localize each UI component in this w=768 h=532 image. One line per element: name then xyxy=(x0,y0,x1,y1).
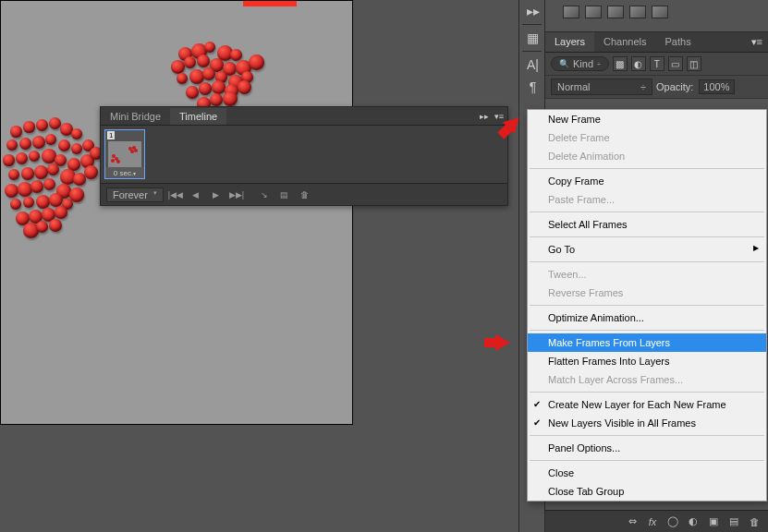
frame-1[interactable]: 1 0 sec. xyxy=(104,129,145,179)
tab-mini-bridge[interactable]: Mini Bridge xyxy=(101,108,170,125)
filter-kind-select[interactable]: Kind ÷ xyxy=(551,56,609,71)
document-canvas[interactable] xyxy=(0,0,353,425)
trash-icon[interactable]: 🗑 xyxy=(748,515,761,528)
character-icon[interactable]: A| xyxy=(519,54,546,76)
tween-icon[interactable]: ↘ xyxy=(256,187,273,202)
loop-select[interactable]: Forever xyxy=(106,187,164,202)
duplicate-frame-icon[interactable]: ▤ xyxy=(276,187,293,202)
arrange-icon[interactable] xyxy=(585,6,602,18)
play-icon[interactable]: ▶ xyxy=(208,187,225,202)
filter-adjust-icon[interactable]: ◐ xyxy=(631,56,646,71)
opacity-value[interactable]: 100% xyxy=(699,79,734,94)
filter-type-icons: ▩ ◐ T ▭ ◫ xyxy=(613,56,701,71)
blend-mode-select[interactable]: Normal xyxy=(551,79,652,95)
filter-type-icon[interactable]: T xyxy=(650,56,664,71)
opacity-label: Opacity: xyxy=(656,81,693,92)
menu-match-layer: Match Layer Across Frames... xyxy=(528,370,766,389)
group-icon[interactable]: ▣ xyxy=(707,515,720,528)
tab-timeline[interactable]: Timeline xyxy=(170,108,226,125)
tab-paths[interactable]: Paths xyxy=(656,32,701,52)
collapse-icon[interactable]: ▸▸ xyxy=(478,110,491,123)
frame-number: 1 xyxy=(107,131,115,139)
arrange-icons xyxy=(555,0,759,24)
blend-mode-label: Normal xyxy=(557,81,590,92)
adjustment-icon[interactable]: ◐ xyxy=(687,515,700,528)
menu-panel-options[interactable]: Panel Options... xyxy=(528,439,766,457)
arrange-icon[interactable] xyxy=(652,6,668,18)
menu-tween: Tween... xyxy=(528,265,766,284)
arrange-icon[interactable] xyxy=(607,6,624,18)
tab-layers[interactable]: Layers xyxy=(545,32,594,52)
menu-paste-frame: Paste Frame... xyxy=(528,190,766,209)
new-layer-icon[interactable]: ▤ xyxy=(727,515,740,528)
arrange-icon[interactable] xyxy=(629,6,646,18)
annotation-arrow-icon xyxy=(495,334,510,351)
menu-flatten[interactable]: Flatten Frames Into Layers xyxy=(528,352,766,370)
timeline-controls: Forever |◀◀ ◀ ▶ ▶▶| ↘ ▤ 🗑 xyxy=(101,183,507,205)
filter-kind-label: Kind xyxy=(573,58,593,69)
prev-frame-icon[interactable]: ◀ xyxy=(188,187,204,202)
menu-make-frames-from-layers[interactable]: Make Frames From Layers xyxy=(528,333,766,352)
menu-close[interactable]: Close xyxy=(528,464,766,482)
frames-strip: 1 0 sec. xyxy=(101,126,507,183)
filter-pixel-icon[interactable]: ▩ xyxy=(613,56,628,71)
menu-close-group[interactable]: Close Tab Group xyxy=(528,482,766,501)
menu-delete-animation: Delete Animation xyxy=(528,147,766,165)
arrange-icon[interactable] xyxy=(563,6,579,18)
delete-frame-icon[interactable]: 🗑 xyxy=(297,187,313,202)
tab-channels[interactable]: Channels xyxy=(594,32,655,52)
fx-icon[interactable]: fx xyxy=(646,515,659,528)
timeline-panel: Mini Bridge Timeline ▸▸ ▾≡ 1 0 sec. Fore… xyxy=(100,106,508,206)
timeline-context-menu: New Frame Delete Frame Delete Animation … xyxy=(527,109,767,502)
menu-create-layer-each-frame[interactable]: Create New Layer for Each New Frame xyxy=(528,395,766,414)
menu-select-all[interactable]: Select All Frames xyxy=(528,215,766,234)
menu-copy-frame[interactable]: Copy Frame xyxy=(528,172,766,190)
menu-new-frame[interactable]: New Frame xyxy=(528,110,766,128)
paragraph-icon[interactable]: ¶ xyxy=(519,76,546,98)
menu-go-to[interactable]: Go To xyxy=(528,240,766,259)
link-layers-icon[interactable]: ⇔ xyxy=(626,515,639,528)
panel-menu-icon[interactable]: ▾≡ xyxy=(746,32,768,52)
layers-panel-footer: ⇔ fx ◯ ◐ ▣ ▤ 🗑 xyxy=(545,510,768,532)
expand-icon[interactable]: ▸▸ xyxy=(519,0,546,22)
menu-new-layers-visible[interactable]: New Layers Visible in All Frames xyxy=(528,414,766,432)
swatches-icon[interactable]: ▦ xyxy=(519,27,546,49)
mask-icon[interactable]: ◯ xyxy=(666,515,679,528)
selection-marker xyxy=(243,1,297,6)
filter-shape-icon[interactable]: ▭ xyxy=(668,56,683,71)
frame-thumbnail xyxy=(108,141,141,167)
menu-delete-frame: Delete Frame xyxy=(528,128,766,147)
layers-panel: Layers Channels Paths ▾≡ Kind ÷ ▩ ◐ T ▭ … xyxy=(545,31,768,99)
menu-optimize[interactable]: Optimize Animation... xyxy=(528,308,766,327)
frame-duration[interactable]: 0 sec. xyxy=(105,167,144,178)
filter-smart-icon[interactable]: ◫ xyxy=(687,56,701,71)
first-frame-icon[interactable]: |◀◀ xyxy=(167,187,184,202)
loop-label: Forever xyxy=(113,189,148,200)
next-frame-icon[interactable]: ▶▶| xyxy=(228,187,245,202)
menu-reverse: Reverse Frames xyxy=(528,284,766,302)
